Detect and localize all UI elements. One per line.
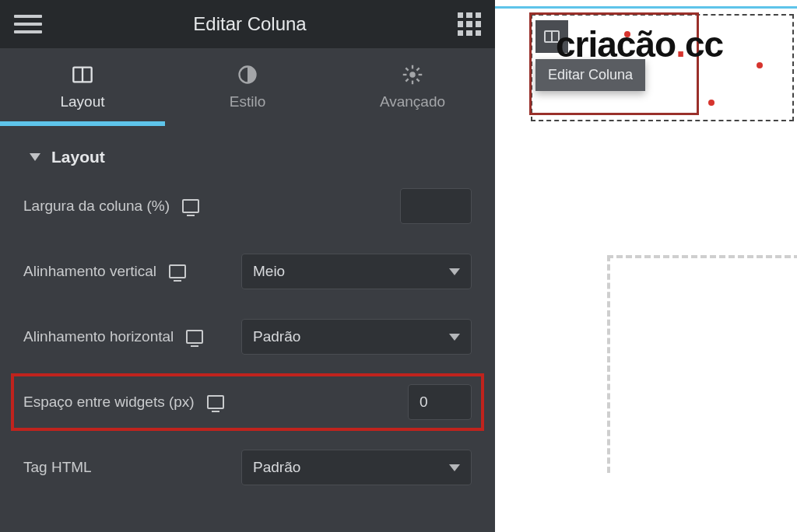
control-valign: Alinhamento vertical Meio — [14, 246, 481, 297]
editor-panel: Editar Coluna Layout Estilo Avançado Lay… — [0, 0, 495, 532]
handle-dot — [708, 100, 714, 106]
columns-icon — [72, 64, 93, 86]
valign-select[interactable]: Meio — [241, 254, 472, 289]
widgets-grid-icon[interactable] — [458, 12, 481, 36]
tab-advanced[interactable]: Avançado — [330, 48, 495, 126]
panel-title: Editar Coluna — [193, 13, 306, 35]
empty-drop-zone[interactable] — [607, 255, 797, 473]
html-tag-label: Tag HTML — [23, 459, 92, 476]
menu-icon[interactable] — [14, 10, 42, 38]
section-toggle-layout[interactable]: Layout — [0, 126, 495, 180]
svg-rect-10 — [406, 68, 409, 72]
desktop-icon[interactable] — [182, 199, 199, 213]
tab-style-label: Estilo — [230, 93, 265, 110]
svg-rect-5 — [412, 81, 413, 85]
controls: Largura da coluna (%) Alinhamento vertic… — [0, 180, 495, 512]
tab-layout[interactable]: Layout — [0, 48, 165, 126]
svg-rect-11 — [416, 79, 420, 82]
gear-icon — [402, 64, 423, 86]
desktop-icon[interactable] — [186, 330, 203, 344]
svg-rect-9 — [406, 79, 409, 82]
svg-rect-6 — [403, 74, 407, 75]
widget-space-label: Espaço entre widgets (px) — [23, 394, 195, 411]
column-width-label: Largura da coluna (%) — [23, 198, 170, 215]
halign-select[interactable]: Padrão — [241, 319, 472, 355]
handle-dot — [624, 31, 630, 37]
svg-point-3 — [409, 72, 415, 77]
chevron-down-icon — [449, 464, 460, 471]
chevron-down-icon — [449, 334, 460, 341]
svg-rect-7 — [419, 74, 423, 75]
handle-dot — [757, 62, 763, 68]
tab-layout-label: Layout — [60, 93, 104, 110]
tab-style[interactable]: Estilo — [165, 48, 330, 126]
control-column-width: Largura da coluna (%) — [14, 180, 481, 232]
tab-advanced-label: Avançado — [380, 93, 445, 110]
svg-rect-4 — [412, 65, 413, 69]
html-tag-value: Padrão — [253, 459, 300, 476]
halign-value: Padrão — [253, 328, 300, 345]
edit-column-tooltip: Editar Coluna — [535, 59, 645, 91]
html-tag-select[interactable]: Padrão — [241, 450, 472, 485]
contrast-icon — [237, 64, 258, 86]
chevron-down-icon — [449, 268, 460, 275]
svg-rect-8 — [416, 68, 420, 72]
valign-value: Meio — [253, 263, 285, 280]
tabs: Layout Estilo Avançado — [0, 48, 495, 126]
section-title: Layout — [51, 148, 105, 166]
widget-space-input[interactable] — [408, 384, 472, 420]
caret-down-icon — [30, 153, 40, 161]
valign-label: Alinhamento vertical — [23, 263, 156, 280]
canvas[interactable]: criacão.cc Editar Coluna — [495, 0, 797, 532]
column-width-input[interactable] — [400, 188, 472, 224]
panel-header: Editar Coluna — [0, 0, 495, 48]
halign-label: Alinhamento horizontal — [23, 328, 174, 345]
control-widget-space: Espaço entre widgets (px) — [14, 376, 481, 428]
control-halign: Alinhamento horizontal Padrão — [14, 311, 481, 362]
control-html-tag: Tag HTML Padrão — [14, 442, 481, 493]
desktop-icon[interactable] — [169, 264, 186, 278]
desktop-icon[interactable] — [207, 395, 224, 409]
